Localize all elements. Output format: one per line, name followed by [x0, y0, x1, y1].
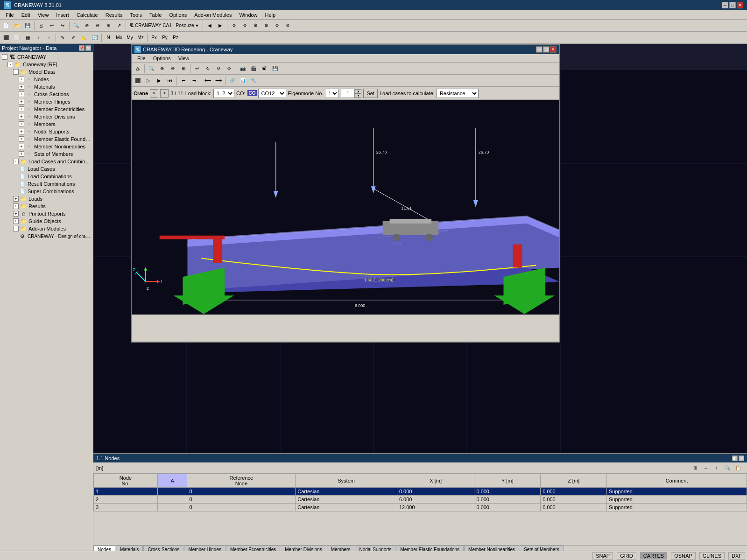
member-hinges-toggle[interactable]: +	[19, 99, 24, 105]
ft2-6[interactable]: ➡	[189, 76, 199, 86]
menu-help[interactable]: Help	[261, 11, 280, 19]
ft2-5[interactable]: ⬅	[178, 76, 189, 86]
tb-save[interactable]: 💾	[22, 21, 33, 31]
sets-members-toggle[interactable]: +	[19, 151, 24, 157]
floating-title-bar[interactable]: 🏗 CRANEWAY 3D Rendering - Craneway ─ □ ✕	[132, 45, 559, 54]
tb2-12[interactable]: My	[125, 33, 135, 43]
member-eccentricities-toggle[interactable]: +	[19, 106, 24, 112]
ft2-9[interactable]: 🔗	[227, 76, 237, 86]
tree-craneway-rf[interactable]: - 📁 Craneway [RF]	[1, 61, 92, 68]
tb-fit[interactable]: ⊞	[103, 21, 113, 31]
tb-redo[interactable]: ↪	[57, 21, 68, 31]
ft1-5[interactable]: ⊞	[178, 63, 189, 74]
eigenmode-input[interactable]	[341, 89, 355, 98]
tb-r6[interactable]: ⚙	[282, 21, 293, 31]
ft1-7[interactable]: ↻	[203, 63, 213, 74]
tb-open[interactable]: 📂	[12, 21, 22, 31]
tb2-10[interactable]: N	[103, 33, 113, 43]
ft2-2[interactable]: ▷	[143, 76, 154, 86]
panel-pin-btn[interactable]: 📌	[79, 45, 85, 51]
tree-super-combinations[interactable]: 📄 Super Combinations	[1, 188, 92, 195]
tree-nodes[interactable]: + • Nodes	[1, 76, 92, 83]
model-data-toggle[interactable]: -	[13, 69, 19, 75]
cross-sections-toggle[interactable]: +	[19, 91, 24, 97]
tb2-2[interactable]: ⬜	[12, 33, 22, 43]
tb-zoom[interactable]: 🔍	[71, 21, 81, 31]
ft1-12[interactable]: 📽	[259, 63, 269, 74]
menu-view[interactable]: View	[34, 11, 53, 19]
tree-member-elastic[interactable]: + • Member Elastic Foundations	[1, 135, 92, 143]
tree-results[interactable]: + 📁 Results	[1, 203, 92, 210]
tb-zoomin[interactable]: ⊕	[82, 21, 92, 31]
status-dxf[interactable]: DXF	[728, 552, 745, 560]
tree-sets-members[interactable]: + • Sets of Members	[1, 150, 92, 158]
tree-load-cases-comb[interactable]: - 📁 Load Cases and Combinations	[1, 158, 92, 165]
ft2-11[interactable]: 🔧	[248, 76, 259, 86]
close-btn[interactable]: ✕	[737, 2, 743, 8]
co-select[interactable]: CO12	[258, 89, 286, 98]
tree-member-hinges[interactable]: + • Member Hinges	[1, 98, 92, 105]
ft2-10[interactable]: 📊	[238, 76, 248, 86]
ft2-4[interactable]: ⏮	[165, 76, 175, 86]
menu-tools[interactable]: Tools	[126, 11, 146, 19]
tb2-1[interactable]: ⬛	[1, 33, 11, 43]
tree-load-combinations[interactable]: 📄 Load Combinations	[1, 173, 92, 180]
tree-craneway-design[interactable]: ⚙ CRANEWAY - Design of cran…	[1, 232, 92, 240]
menu-table[interactable]: Table	[146, 11, 165, 19]
ft1-13[interactable]: 💾	[270, 63, 280, 74]
craneway-rf-toggle[interactable]: -	[7, 62, 13, 67]
eigenmode-select[interactable]: 1	[325, 89, 339, 98]
ft2-7[interactable]: ⟵	[203, 76, 213, 86]
table-row[interactable]: 2 0 Cartesian 6.000 0.000 0.000 Supporte…	[94, 496, 747, 504]
tree-member-eccentricities[interactable]: + • Member Eccentricities	[1, 105, 92, 113]
float-menu-file[interactable]: File	[134, 55, 149, 62]
ft1-3[interactable]: ⊕	[157, 63, 167, 74]
results-toggle[interactable]: +	[13, 203, 19, 209]
tree-cross-sections[interactable]: + • Cross-Sections	[1, 91, 92, 98]
member-divisions-toggle[interactable]: +	[19, 114, 24, 119]
bottom-panel-float-btn[interactable]: ◧	[732, 455, 738, 461]
tb2-15[interactable]: Py	[160, 33, 170, 43]
nodal-supports-toggle[interactable]: +	[19, 129, 24, 134]
tree-result-combinations[interactable]: 📄 Result Combinations	[1, 180, 92, 188]
set-btn[interactable]: Set	[363, 89, 378, 98]
tb2-7[interactable]: ✐	[68, 33, 78, 43]
float-min-btn[interactable]: ─	[536, 46, 543, 53]
members-toggle[interactable]: +	[19, 121, 24, 127]
status-glines[interactable]: GLINES	[699, 552, 725, 560]
status-snap[interactable]: SNAP	[592, 552, 613, 560]
resistance-select[interactable]: Resistance	[437, 89, 479, 98]
tree-member-nonlin[interactable]: + • Member Nonlinearities	[1, 143, 92, 150]
tree-guide-objects[interactable]: + 📁 Guide Objects	[1, 217, 92, 225]
panel-close-btn[interactable]: ✕	[85, 45, 91, 51]
spin-down-btn[interactable]: ▼	[355, 93, 361, 98]
float-menu-view[interactable]: View	[175, 55, 193, 62]
load-block-select[interactable]: 1, 2	[213, 89, 234, 98]
nodes-toggle[interactable]: +	[19, 77, 24, 82]
ft2-3[interactable]: ▶	[154, 76, 164, 86]
tree-member-divisions[interactable]: + • Member Divisions	[1, 113, 92, 120]
float-max-btn[interactable]: □	[543, 46, 550, 53]
ft1-4[interactable]: ⊖	[168, 63, 178, 74]
ft1-9[interactable]: ⟳	[224, 63, 234, 74]
tree-load-cases[interactable]: 📄 Load Cases	[1, 165, 92, 173]
root-toggle[interactable]: -	[2, 54, 7, 60]
load-cases-comb-toggle[interactable]: -	[13, 159, 19, 164]
table-row[interactable]: 1 0 Cartesian 0.000 0.000 0.000 Supporte…	[94, 488, 747, 496]
menu-edit[interactable]: Edit	[18, 11, 34, 19]
bt-4[interactable]: 🔍	[722, 463, 733, 473]
tree-printout-reports[interactable]: + 🖨 Printout Reports	[1, 210, 92, 217]
member-elastic-toggle[interactable]: +	[19, 136, 24, 142]
tree-loads[interactable]: + 📁 Loads	[1, 195, 92, 203]
tree-root[interactable]: - 🏗 CRANEWAY	[1, 53, 92, 61]
printout-toggle[interactable]: +	[13, 211, 19, 217]
spin-up-btn[interactable]: ▲	[355, 89, 361, 93]
menu-file[interactable]: File	[2, 11, 18, 19]
tb-undo[interactable]: ↩	[47, 21, 57, 31]
tb2-6[interactable]: ✎	[57, 33, 68, 43]
bt-5[interactable]: 📋	[733, 463, 743, 473]
tree-model-data[interactable]: - 📁 Model Data	[1, 68, 92, 76]
tb-r2[interactable]: ⚙	[240, 21, 250, 31]
tree-addon-modules[interactable]: - 📁 Add-on Modules	[1, 225, 92, 232]
minimize-btn[interactable]: ─	[722, 2, 728, 8]
